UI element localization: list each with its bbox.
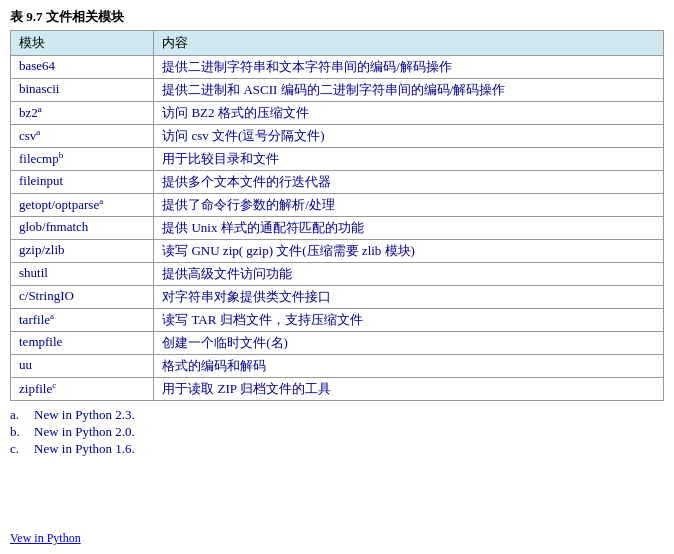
module-name-cell: binascii [11, 79, 154, 102]
table-row: c/StringIO对字符串对象提供类文件接口 [11, 286, 664, 309]
module-desc-cell: 格式的编码和解码 [154, 355, 664, 378]
table-row: fileinput提供多个文本文件的行迭代器 [11, 171, 664, 194]
module-desc-cell: 提供二进制字符串和文本字符串间的编码/解码操作 [154, 56, 664, 79]
module-desc-cell: 访问 csv 文件(逗号分隔文件) [154, 125, 664, 148]
module-desc-cell: 提供 Unix 样式的通配符匹配的功能 [154, 217, 664, 240]
footnote-label: a. [10, 407, 26, 423]
table-row: gzip/zlib读写 GNU zip( gzip) 文件(压缩需要 zlib … [11, 240, 664, 263]
table-row: getopt/optparsea提供了命令行参数的解析/处理 [11, 194, 664, 217]
footnote-label: b. [10, 424, 26, 440]
footnote-label: c. [10, 441, 26, 457]
table-row: tempfile创建一个临时文件(名) [11, 332, 664, 355]
table-title: 表 9.7 文件相关模块 [10, 8, 664, 26]
module-name-cell: bz2a [11, 102, 154, 125]
col-header-content: 内容 [154, 31, 664, 56]
footnote-text: New in Python 2.0. [34, 424, 135, 440]
module-name-cell: getopt/optparsea [11, 194, 154, 217]
table-row: glob/fnmatch提供 Unix 样式的通配符匹配的功能 [11, 217, 664, 240]
module-name-cell: filecmpb [11, 148, 154, 171]
table-row: uu格式的编码和解码 [11, 355, 664, 378]
table-row: shutil提供高级文件访问功能 [11, 263, 664, 286]
table-row: zipfilec用于读取 ZIP 归档文件的工具 [11, 378, 664, 401]
module-desc-cell: 提供高级文件访问功能 [154, 263, 664, 286]
module-desc-cell: 用于读取 ZIP 归档文件的工具 [154, 378, 664, 401]
module-name-cell: shutil [11, 263, 154, 286]
module-desc-cell: 用于比较目录和文件 [154, 148, 664, 171]
module-name-cell: csva [11, 125, 154, 148]
table-row: csva访问 csv 文件(逗号分隔文件) [11, 125, 664, 148]
module-name-cell: glob/fnmatch [11, 217, 154, 240]
module-desc-cell: 读写 GNU zip( gzip) 文件(压缩需要 zlib 模块) [154, 240, 664, 263]
module-name-cell: zipfilec [11, 378, 154, 401]
table-row: base64提供二进制字符串和文本字符串间的编码/解码操作 [11, 56, 664, 79]
footnote-item: b.New in Python 2.0. [10, 424, 664, 440]
footnote-item: c.New in Python 1.6. [10, 441, 664, 457]
module-desc-cell: 读写 TAR 归档文件，支持压缩文件 [154, 309, 664, 332]
module-name-cell: tempfile [11, 332, 154, 355]
table-row: binascii提供二进制和 ASCII 编码的二进制字符串间的编码/解码操作 [11, 79, 664, 102]
table-row: bz2a访问 BZ2 格式的压缩文件 [11, 102, 664, 125]
table-row: filecmpb用于比较目录和文件 [11, 148, 664, 171]
modules-table: 模块 内容 base64提供二进制字符串和文本字符串间的编码/解码操作binas… [10, 30, 664, 401]
module-desc-cell: 访问 BZ2 格式的压缩文件 [154, 102, 664, 125]
module-name-cell: uu [11, 355, 154, 378]
module-desc-cell: 提供了命令行参数的解析/处理 [154, 194, 664, 217]
module-desc-cell: 创建一个临时文件(名) [154, 332, 664, 355]
module-desc-cell: 提供二进制和 ASCII 编码的二进制字符串间的编码/解码操作 [154, 79, 664, 102]
module-name-cell: fileinput [11, 171, 154, 194]
module-name-cell: tarfilea [11, 309, 154, 332]
module-name-cell: base64 [11, 56, 154, 79]
footnote-text: New in Python 2.3. [34, 407, 135, 423]
module-desc-cell: 提供多个文本文件的行迭代器 [154, 171, 664, 194]
footnote-text: New in Python 1.6. [34, 441, 135, 457]
footnotes: a.New in Python 2.3.b.New in Python 2.0.… [10, 407, 664, 457]
footnote-item: a.New in Python 2.3. [10, 407, 664, 423]
table-row: tarfilea读写 TAR 归档文件，支持压缩文件 [11, 309, 664, 332]
module-name-cell: c/StringIO [11, 286, 154, 309]
module-desc-cell: 对字符串对象提供类文件接口 [154, 286, 664, 309]
module-name-cell: gzip/zlib [11, 240, 154, 263]
bottom-link[interactable]: Vew in Python [10, 531, 81, 546]
col-header-module: 模块 [11, 31, 154, 56]
